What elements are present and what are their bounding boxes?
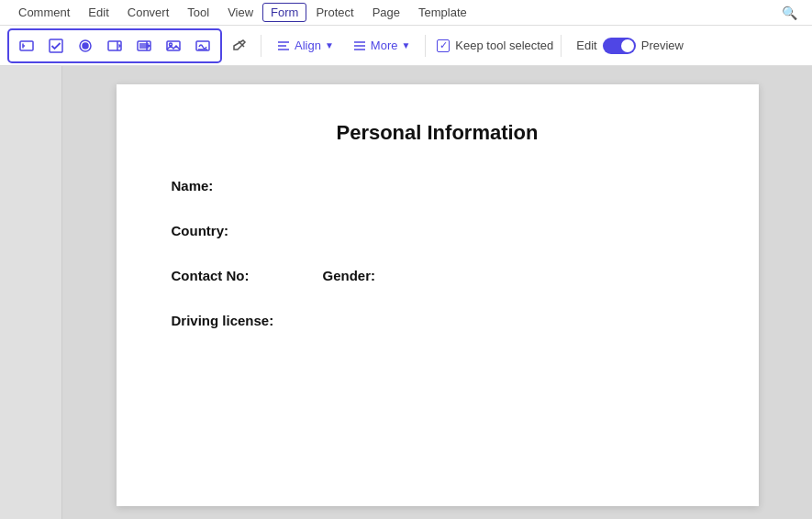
keep-tool-area: Keep tool selected <box>437 39 553 52</box>
separator-1 <box>261 35 261 57</box>
field-driving-license: Driving license: <box>172 313 704 328</box>
text-field-tool[interactable] <box>14 33 39 59</box>
toolbar: Align ▼ More ▼ Keep tool selected Edit P… <box>0 26 812 66</box>
menu-form[interactable]: Form <box>262 3 306 22</box>
sidebar <box>0 66 62 519</box>
field-contact: Contact No: <box>172 268 250 283</box>
doc-title: Personal Information <box>172 121 704 145</box>
menu-tool[interactable]: Tool <box>178 2 218 23</box>
document-area: Personal Information Name: Country: Cont… <box>62 66 812 519</box>
eraser-tool[interactable] <box>226 32 253 60</box>
listbox-tool[interactable] <box>131 33 157 59</box>
align-label: Align <box>295 39 321 52</box>
svg-rect-3 <box>50 39 62 52</box>
keep-tool-checkbox[interactable] <box>437 39 450 52</box>
edit-label: Edit <box>576 39 596 52</box>
preview-label: Preview <box>641 39 684 52</box>
document-page: Personal Information Name: Country: Cont… <box>117 84 759 506</box>
separator-2 <box>425 35 426 57</box>
signature-tool[interactable] <box>190 33 216 59</box>
main-area: Personal Information Name: Country: Cont… <box>0 66 812 519</box>
field-name: Name: <box>172 178 704 193</box>
menu-template[interactable]: Template <box>409 2 476 23</box>
checkbox-tool[interactable] <box>43 33 69 59</box>
edit-preview-toggle[interactable] <box>603 38 636 54</box>
image-tool[interactable] <box>161 33 186 59</box>
radio-tool[interactable] <box>72 33 98 59</box>
field-country: Country: <box>172 223 704 238</box>
more-button[interactable]: More ▼ <box>345 34 418 58</box>
menu-comment[interactable]: Comment <box>9 2 79 23</box>
menu-bar: Comment Edit Convert Tool View Form Prot… <box>0 0 812 26</box>
menu-view[interactable]: View <box>218 2 262 23</box>
svg-point-5 <box>83 43 88 49</box>
menu-protect[interactable]: Protect <box>306 2 362 23</box>
align-chevron: ▼ <box>325 40 334 50</box>
edit-preview-area: Edit Preview <box>576 38 684 54</box>
more-chevron: ▼ <box>401 40 410 50</box>
form-tools-group <box>7 28 222 63</box>
align-button[interactable]: Align ▼ <box>269 34 341 58</box>
keep-tool-label: Keep tool selected <box>455 39 553 52</box>
separator-3 <box>561 35 562 57</box>
menu-page[interactable]: Page <box>363 2 409 23</box>
search-icon[interactable]: 🔍 <box>776 2 803 24</box>
combobox-tool[interactable] <box>102 33 128 59</box>
toggle-knob <box>621 39 634 52</box>
field-gender: Gender: <box>323 268 376 283</box>
svg-rect-6 <box>108 41 121 50</box>
row-contact-gender: Contact No: Gender: <box>172 268 704 283</box>
menu-edit[interactable]: Edit <box>79 2 117 23</box>
svg-rect-0 <box>20 41 33 50</box>
more-label: More <box>371 39 398 52</box>
menu-convert[interactable]: Convert <box>118 2 179 23</box>
